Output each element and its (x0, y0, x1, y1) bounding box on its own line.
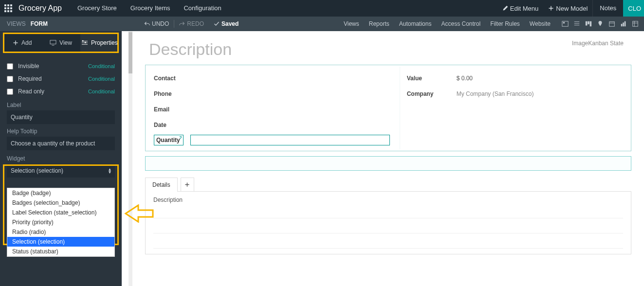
form-label[interactable]: FORM (31, 20, 57, 27)
dd-badges[interactable]: Badges (selection_badge) (7, 198, 114, 208)
date-label: Date (154, 122, 217, 128)
view-list-icon[interactable] (571, 17, 583, 31)
svg-rect-4 (590, 21, 592, 27)
sidebar-tab-view[interactable]: View (41, 33, 80, 53)
dd-priority[interactable]: Priority (priority) (7, 217, 114, 227)
tab-content: Description (145, 191, 631, 254)
separator-box[interactable] (145, 156, 631, 171)
value-field: $ 0.00 (457, 75, 473, 82)
readonly-label: Read only (18, 88, 88, 95)
app-brand[interactable]: Grocery App (17, 4, 71, 13)
required-label: Required (18, 75, 88, 82)
tb-filter-rules[interactable]: Filter Rules (485, 17, 525, 31)
invisible-label: Invisible (18, 63, 88, 70)
company-label: Company (407, 90, 437, 97)
svg-rect-10 (50, 40, 56, 44)
dd-status[interactable]: Status (statusbar) (7, 247, 114, 256)
svg-rect-1 (563, 22, 565, 24)
select-spinner-icon: ▴▾ (109, 168, 111, 174)
invisible-conditional[interactable]: Conditional (88, 63, 115, 69)
tb-views[interactable]: Views (339, 17, 364, 31)
required-conditional[interactable]: Conditional (88, 76, 115, 82)
canvas-scrollbar[interactable] (129, 31, 132, 286)
plus-icon (13, 40, 18, 46)
svg-rect-3 (588, 21, 589, 24)
view-graph-icon[interactable] (618, 17, 629, 31)
readonly-checkbox[interactable] (7, 89, 13, 95)
nav-grocery-items[interactable]: Grocery Items (124, 0, 177, 17)
tb-access-control[interactable]: Access Control (436, 17, 485, 31)
view-calendar-icon[interactable] (606, 17, 618, 31)
dd-selection[interactable]: Selection (selection) (7, 237, 114, 247)
close-button[interactable]: CLO (623, 0, 644, 17)
sidebar-tab-properties[interactable]: Properties (80, 33, 119, 53)
dd-label-selection[interactable]: Label Selection (state_selection) (7, 208, 114, 217)
views-label: VIEWS (0, 20, 31, 27)
sidebar-tabs: Add View Properties (3, 33, 119, 53)
prop-invisible-row: Invisible Conditional (7, 60, 115, 72)
tb-website[interactable]: Website (525, 17, 555, 31)
widget-select-value: Selection (selection) (11, 167, 63, 174)
edit-menu-button[interactable]: Edit Menu (497, 0, 544, 17)
divider (153, 248, 623, 249)
tab-details[interactable]: Details (145, 178, 178, 192)
tb-automations[interactable]: Automations (394, 17, 437, 31)
contact-label: Contact (154, 75, 217, 82)
apps-icon[interactable] (0, 0, 17, 17)
form-title[interactable]: Description (145, 38, 572, 64)
pencil-icon (502, 5, 508, 11)
dd-radio[interactable]: Radio (radio) (7, 227, 114, 237)
notes-button[interactable]: Notes (592, 0, 623, 17)
sidebar-tab-add[interactable]: Add (3, 33, 41, 53)
help-tooltip-input[interactable] (7, 137, 115, 150)
saved-indicator: Saved (214, 20, 239, 27)
quantity-input[interactable] (190, 135, 390, 145)
description-label: Description (153, 197, 623, 203)
quantity-label-box[interactable]: Quantity? (154, 135, 184, 145)
help-icon: ? (179, 135, 182, 140)
nav-grocery-store[interactable]: Grocery Store (71, 0, 124, 17)
monitor-icon (50, 40, 56, 46)
tab-add-button[interactable] (181, 178, 194, 192)
widget-label: Widget (7, 155, 115, 162)
svg-rect-11 (82, 40, 84, 42)
undo-icon (144, 21, 150, 27)
arrow-annotation (124, 204, 154, 223)
invisible-checkbox[interactable] (7, 63, 13, 70)
redo-icon (179, 21, 185, 27)
svg-rect-7 (623, 22, 624, 26)
view-pivot-icon[interactable] (629, 17, 641, 31)
dd-badge[interactable]: Badge (badge) (7, 188, 114, 198)
label-input[interactable] (7, 110, 115, 124)
view-map-icon[interactable] (594, 17, 606, 31)
required-checkbox[interactable] (7, 76, 13, 82)
divider (153, 218, 623, 218)
undo-button[interactable]: UNDO (140, 17, 173, 31)
svg-rect-2 (586, 21, 588, 26)
properties-icon (81, 40, 88, 46)
svg-rect-6 (621, 24, 623, 26)
readonly-conditional[interactable]: Conditional (88, 89, 115, 94)
kanban-state[interactable]: ImageKanban State (572, 38, 631, 47)
nav-configuration[interactable]: Configuration (177, 0, 228, 17)
svg-rect-5 (609, 22, 615, 27)
view-kanban-icon[interactable] (583, 17, 594, 31)
divider (153, 233, 623, 233)
redo-button[interactable]: REDO (175, 17, 208, 31)
svg-rect-0 (562, 21, 568, 27)
svg-rect-8 (625, 21, 626, 27)
prop-required-row: Required Conditional (7, 72, 115, 85)
view-form-icon[interactable] (559, 17, 571, 31)
help-tooltip-label: Help Tooltip (7, 128, 115, 135)
toolbar: VIEWS FORM UNDO REDO Saved Views Reports… (0, 17, 644, 31)
company-field: My Company (San Francisco) (457, 90, 534, 97)
widget-select[interactable]: Selection (selection) ▴▾ (7, 164, 115, 178)
top-nav: Grocery App Grocery Store Grocery Items … (0, 0, 644, 17)
email-label: Email (154, 106, 217, 113)
new-model-button[interactable]: New Model (543, 0, 592, 17)
check-icon (214, 21, 220, 27)
sidebar: Add View Properties Invisible Conditiona… (0, 31, 122, 286)
plus-icon (184, 182, 190, 187)
tb-reports[interactable]: Reports (364, 17, 394, 31)
plus-icon (548, 5, 554, 11)
